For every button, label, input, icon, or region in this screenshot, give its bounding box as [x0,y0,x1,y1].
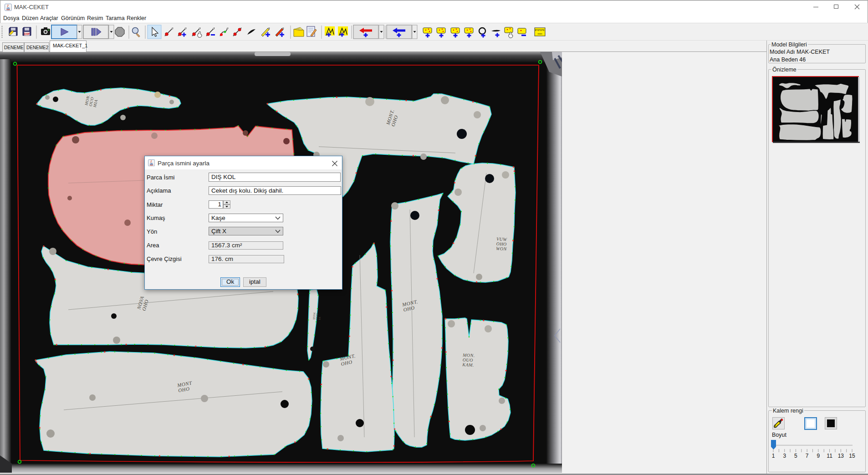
svg-text:1: 1 [772,453,775,459]
svg-text:15: 15 [849,453,855,459]
svg-text:VUWOHOWON: VUWOHOWON [496,236,508,251]
svg-text:7: 7 [806,453,809,459]
svg-text:9: 9 [817,453,820,459]
svg-text:MON.OUOKAM.: MON.OUOKAM. [462,352,475,368]
svg-text:DXF: DXF [24,32,30,36]
svg-text:3: 3 [783,453,786,459]
svg-text:13: 13 [838,453,844,459]
svg-text:mm: mm [538,32,542,35]
svg-text:5: 5 [794,453,797,459]
svg-text:11: 11 [827,453,832,459]
